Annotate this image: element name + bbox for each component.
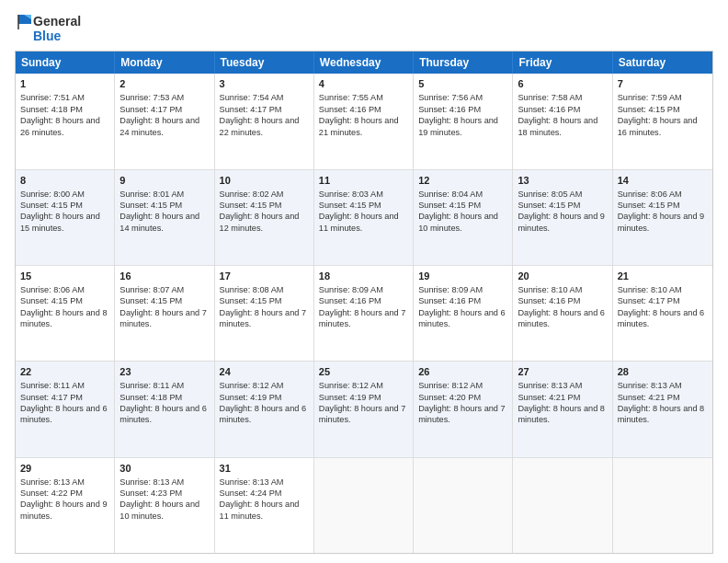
daylight-hours: Daylight: 8 hours and 15 minutes. (20, 212, 100, 232)
calendar-cell-23: 23Sunrise: 8:11 AMSunset: 4:18 PMDayligh… (115, 362, 214, 456)
sunrise-time: Sunrise: 7:58 AM (518, 93, 582, 102)
sunrise-time: Sunrise: 8:10 AM (618, 285, 682, 294)
calendar-cell-2: 2Sunrise: 7:53 AMSunset: 4:17 PMDaylight… (115, 74, 214, 168)
day-number: 6 (518, 77, 607, 91)
daylight-hours: Daylight: 8 hours and 14 minutes. (119, 212, 199, 232)
calendar-cell-6: 6Sunrise: 7:58 AMSunset: 4:16 PMDaylight… (513, 74, 612, 168)
daylight-hours: Daylight: 8 hours and 9 minutes. (20, 500, 108, 520)
daylight-hours: Daylight: 8 hours and 6 minutes. (220, 404, 307, 424)
sunrise-time: Sunrise: 8:13 AM (20, 477, 85, 487)
sunrise-time: Sunrise: 8:13 AM (518, 381, 582, 390)
daylight-hours: Daylight: 8 hours and 24 minutes. (119, 116, 199, 136)
sunset-time: Sunset: 4:16 PM (518, 296, 580, 305)
sunset-time: Sunset: 4:15 PM (319, 201, 381, 210)
day-number: 10 (220, 174, 309, 188)
day-number: 17 (220, 270, 309, 283)
sunset-time: Sunset: 4:16 PM (418, 296, 481, 305)
calendar-cell-18: 18Sunrise: 8:09 AMSunset: 4:16 PMDayligh… (314, 266, 414, 361)
day-number: 23 (119, 365, 209, 379)
calendar-cell-11: 11Sunrise: 8:03 AMSunset: 4:15 PMDayligh… (314, 170, 414, 265)
calendar-cell-16: 16Sunrise: 8:07 AMSunset: 4:15 PMDayligh… (115, 266, 214, 361)
day-number: 19 (418, 270, 507, 283)
calendar-cell-30: 30Sunrise: 8:13 AMSunset: 4:23 PMDayligh… (115, 458, 214, 553)
sunset-time: Sunset: 4:15 PM (518, 201, 580, 210)
day-number: 9 (119, 174, 209, 188)
calendar-cell-15: 15Sunrise: 8:06 AMSunset: 4:15 PMDayligh… (16, 266, 115, 361)
sunrise-time: Sunrise: 8:13 AM (220, 477, 284, 487)
day-number: 16 (119, 270, 209, 283)
calendar-header-monday: Monday (115, 52, 214, 74)
calendar-header-thursday: Thursday (414, 52, 513, 74)
daylight-hours: Daylight: 8 hours and 6 minutes. (119, 404, 207, 424)
calendar-header-friday: Friday (513, 52, 612, 74)
daylight-hours: Daylight: 8 hours and 6 minutes. (20, 404, 108, 424)
calendar-cell-21: 21Sunrise: 8:10 AMSunset: 4:17 PMDayligh… (613, 266, 712, 361)
sunrise-time: Sunrise: 8:02 AM (220, 190, 284, 199)
main-container: General Blue SundayMondayTuesdayWednesda… (0, 0, 728, 563)
sunrise-time: Sunrise: 8:01 AM (119, 190, 184, 199)
sunset-time: Sunset: 4:16 PM (319, 296, 381, 305)
sunrise-time: Sunrise: 7:53 AM (119, 93, 184, 102)
calendar-row-4: 22Sunrise: 8:11 AMSunset: 4:17 PMDayligh… (16, 362, 712, 457)
daylight-hours: Daylight: 8 hours and 10 minutes. (418, 212, 498, 232)
sunset-time: Sunset: 4:15 PM (119, 201, 182, 210)
daylight-hours: Daylight: 8 hours and 16 minutes. (618, 116, 698, 136)
logo-flag-icon (15, 15, 31, 29)
daylight-hours: Daylight: 8 hours and 8 minutes. (618, 404, 705, 424)
daylight-hours: Daylight: 8 hours and 7 minutes. (319, 404, 406, 424)
sunset-time: Sunset: 4:17 PM (618, 296, 680, 305)
calendar-cell-24: 24Sunrise: 8:12 AMSunset: 4:19 PMDayligh… (215, 362, 314, 456)
day-number: 4 (319, 77, 408, 91)
sunset-time: Sunset: 4:15 PM (618, 201, 680, 210)
logo-text: General Blue (15, 15, 81, 43)
daylight-hours: Daylight: 8 hours and 8 minutes. (20, 308, 108, 328)
calendar-cell-4: 4Sunrise: 7:55 AMSunset: 4:16 PMDaylight… (314, 74, 414, 168)
sunrise-time: Sunrise: 8:12 AM (220, 381, 284, 390)
daylight-hours: Daylight: 8 hours and 18 minutes. (518, 116, 597, 136)
calendar: SundayMondayTuesdayWednesdayThursdayFrid… (15, 51, 713, 554)
calendar-cell-26: 26Sunrise: 8:12 AMSunset: 4:20 PMDayligh… (414, 362, 513, 456)
sunset-time: Sunset: 4:17 PM (119, 105, 182, 114)
day-number: 29 (20, 462, 109, 476)
sunset-time: Sunset: 4:20 PM (418, 393, 481, 402)
day-number: 1 (20, 77, 109, 91)
daylight-hours: Daylight: 8 hours and 11 minutes. (220, 500, 300, 520)
sunrise-time: Sunrise: 8:07 AM (119, 285, 184, 294)
sunset-time: Sunset: 4:17 PM (220, 105, 282, 114)
day-number: 21 (618, 270, 708, 283)
calendar-cell-empty (513, 458, 612, 553)
calendar-row-2: 8Sunrise: 8:00 AMSunset: 4:15 PMDaylight… (16, 170, 712, 266)
calendar-cell-empty (613, 458, 712, 553)
sunrise-time: Sunrise: 7:55 AM (319, 93, 383, 102)
sunrise-time: Sunrise: 8:08 AM (220, 285, 284, 294)
daylight-hours: Daylight: 8 hours and 7 minutes. (220, 308, 307, 328)
calendar-row-3: 15Sunrise: 8:06 AMSunset: 4:15 PMDayligh… (16, 266, 712, 362)
daylight-hours: Daylight: 8 hours and 10 minutes. (119, 500, 199, 520)
sunset-time: Sunset: 4:15 PM (618, 105, 680, 114)
daylight-hours: Daylight: 8 hours and 7 minutes. (418, 404, 506, 424)
calendar-row-1: 1Sunrise: 7:51 AMSunset: 4:18 PMDaylight… (16, 74, 712, 169)
daylight-hours: Daylight: 8 hours and 6 minutes. (418, 308, 506, 328)
daylight-hours: Daylight: 8 hours and 26 minutes. (20, 116, 100, 136)
calendar-cell-12: 12Sunrise: 8:04 AMSunset: 4:15 PMDayligh… (414, 170, 513, 265)
day-number: 8 (20, 174, 109, 188)
calendar-header-sunday: Sunday (16, 52, 115, 74)
day-number: 24 (220, 365, 309, 379)
sunset-time: Sunset: 4:23 PM (119, 488, 182, 498)
sunset-time: Sunset: 4:22 PM (20, 488, 83, 498)
calendar-cell-19: 19Sunrise: 8:09 AMSunset: 4:16 PMDayligh… (414, 266, 513, 361)
day-number: 2 (119, 77, 209, 91)
sunrise-time: Sunrise: 7:56 AM (418, 93, 483, 102)
calendar-cell-31: 31Sunrise: 8:13 AMSunset: 4:24 PMDayligh… (215, 458, 314, 553)
sunset-time: Sunset: 4:24 PM (220, 488, 282, 498)
calendar-header-wednesday: Wednesday (314, 52, 414, 74)
sunset-time: Sunset: 4:19 PM (220, 393, 282, 402)
sunrise-time: Sunrise: 8:12 AM (319, 381, 383, 390)
sunrise-time: Sunrise: 8:09 AM (418, 285, 483, 294)
calendar-cell-9: 9Sunrise: 8:01 AMSunset: 4:15 PMDaylight… (115, 170, 214, 265)
sunrise-time: Sunrise: 7:59 AM (618, 93, 682, 102)
day-number: 26 (418, 365, 507, 379)
sunset-time: Sunset: 4:18 PM (20, 105, 83, 114)
daylight-hours: Daylight: 8 hours and 11 minutes. (319, 212, 399, 232)
sunrise-time: Sunrise: 8:11 AM (20, 381, 85, 390)
